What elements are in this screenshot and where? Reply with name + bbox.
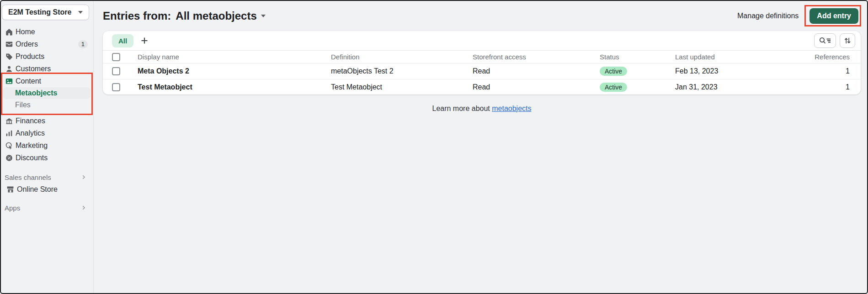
row-checkbox[interactable] [112,67,120,75]
page-header: Entries from: All metaobjects Manage def… [94,0,868,25]
add-entry-wrap: Add entry [809,8,858,24]
status-cell: Active [600,83,675,92]
target-cursor-icon [5,141,14,150]
add-entry-button[interactable]: Add entry [809,8,858,24]
title-prefix: Entries from: [103,10,171,22]
sidebar-section-sales-channels[interactable]: Sales channels [0,171,93,183]
table-row[interactable]: Test Metaobject Test Metaobject Read Act… [103,79,861,94]
status-cell: Active [600,67,675,76]
tab-all[interactable]: All [112,34,133,47]
sidebar-item-label: Discounts [16,154,48,162]
image-icon [5,77,14,86]
chevron-down-icon [78,11,83,14]
add-tab-button[interactable] [138,34,151,47]
sidebar-item-label: Online Store [17,185,58,194]
column-header: Last updated [675,53,782,61]
sidebar-item-discounts[interactable]: Discounts [0,152,93,164]
storefront-access-cell: Read [473,83,600,91]
metaobjects-filter-dropdown[interactable]: All metaobjects [176,10,265,22]
sidebar-item-analytics[interactable]: Analytics [0,127,93,139]
chevron-right-icon [80,174,87,180]
bank-icon [5,116,14,126]
orders-count-badge: 1 [78,40,88,48]
store-name: E2M Testing Store [8,8,71,16]
section-label: Sales channels [5,173,51,181]
display-name-link[interactable]: Meta Objects 2 [138,67,331,75]
chevron-right-icon [80,205,87,211]
sort-arrows-icon [843,37,852,45]
sidebar-item-label: Products [16,52,44,61]
table-header-row: Display name Definition Storefront acces… [103,50,861,63]
page-title: Entries from: All metaobjects [103,10,266,22]
main-content: Entries from: All metaobjects Manage def… [94,0,868,294]
sidebar-item-finances[interactable]: Finances [0,115,93,127]
sidebar-item-products[interactable]: Products [0,50,93,63]
references-cell: 1 [782,67,850,75]
column-header: References [782,53,850,61]
sidebar-item-home[interactable]: Home [0,26,93,38]
chevron-down-icon [261,15,266,17]
search-filter-button[interactable] [814,33,836,48]
sidebar-item-marketing[interactable]: Marketing [0,139,93,152]
sidebar-item-customers[interactable]: Customers [0,63,93,75]
display-name-link[interactable]: Test Metaobject [138,83,331,91]
status-badge: Active [600,67,627,76]
sidebar-item-label: Home [16,28,35,36]
learn-more-text: Learn more about metaobjects [103,105,861,113]
last-updated-cell: Feb 13, 2023 [675,67,782,75]
sort-button[interactable] [840,33,855,48]
table-actions [814,33,855,48]
column-header: Status [600,53,675,61]
sidebar-subitem-label: Metaobjects [15,89,57,97]
tabs-row: All [103,31,861,50]
metaobjects-help-link[interactable]: metaobjects [492,105,531,112]
status-badge: Active [600,83,627,92]
sidebar-item-content[interactable]: Content [0,75,93,87]
title-selection: All metaobjects [176,10,256,22]
sidebar-section-apps[interactable]: Apps [0,202,93,214]
store-switcher[interactable]: E2M Testing Store [2,5,89,20]
sidebar-item-label: Customers [16,65,51,73]
sidebar-item-label: Orders [16,40,38,48]
learn-more-prefix: Learn more about [432,105,490,112]
sidebar-item-label: Content [16,77,41,85]
bar-chart-icon [5,129,14,138]
header-actions: Manage definitions Add entry [737,8,863,24]
search-filter-icon [818,36,832,45]
table-row[interactable]: Meta Objects 2 metaObjects Test 2 Read A… [103,63,861,79]
sidebar-item-online-store[interactable]: Online Store [0,183,93,195]
column-header: Definition [331,53,473,61]
tag-icon [5,52,14,61]
column-header: Display name [138,53,331,61]
definition-cell: Test Metaobject [331,83,473,91]
person-icon [5,64,14,74]
sidebar-item-orders[interactable]: Orders 1 [0,38,93,50]
sidebar-item-label: Analytics [16,129,45,137]
select-all-checkbox[interactable] [112,53,120,61]
sidebar-item-label: Marketing [16,142,48,150]
orders-icon [5,40,14,49]
entries-card: All Display n [103,31,861,94]
storefront-access-cell: Read [473,67,600,75]
row-checkbox[interactable] [112,83,120,91]
sidebar-subitem-label: Files [15,101,31,109]
plus-icon [140,36,149,45]
storefront-icon [6,185,15,194]
column-header: Storefront access [473,53,600,61]
last-updated-cell: Jan 31, 2023 [675,83,782,91]
references-cell: 1 [782,83,850,91]
home-icon [5,27,14,37]
sidebar-item-files[interactable]: Files [3,99,91,111]
sidebar-item-metaobjects[interactable]: Metaobjects [3,87,91,99]
percent-icon [5,153,14,163]
section-label: Apps [5,204,20,212]
sidebar: E2M Testing Store Home Orders 1 Products… [0,0,94,294]
manage-definitions-button[interactable]: Manage definitions [737,12,799,20]
sidebar-item-label: Finances [16,117,45,125]
definition-cell: metaObjects Test 2 [331,67,473,75]
